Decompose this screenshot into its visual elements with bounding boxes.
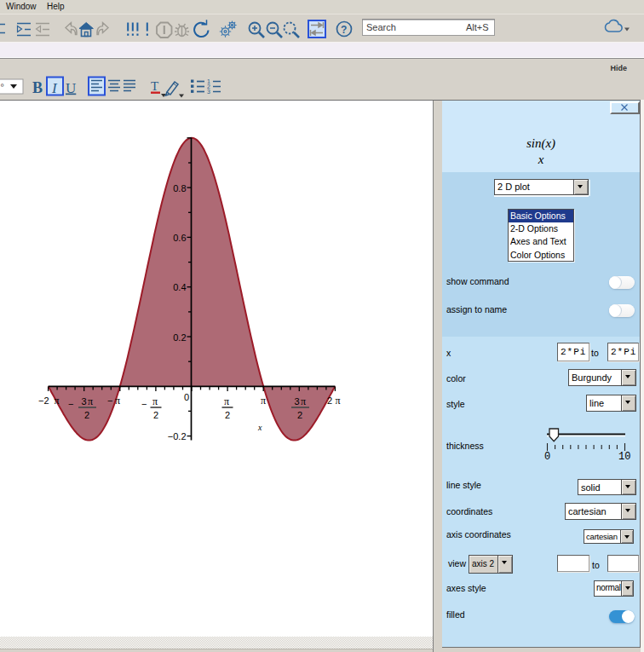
svg-text:U: U — [66, 80, 76, 96]
svg-text:2: 2 — [84, 410, 89, 420]
svg-text:−0.2: −0.2 — [168, 431, 187, 441]
svg-text:π: π — [88, 395, 93, 407]
svg-text:2: 2 — [297, 410, 302, 420]
svg-text:0.6: 0.6 — [173, 233, 186, 243]
svg-text:3: 3 — [295, 396, 300, 407]
svg-text:2: 2 — [327, 395, 332, 406]
svg-text:Alt+S: Alt+S — [466, 22, 489, 32]
svg-text:2: 2 — [153, 410, 158, 420]
svg-text:Search: Search — [366, 22, 396, 32]
svg-text:π: π — [301, 395, 306, 407]
svg-text:−: − — [68, 399, 73, 409]
svg-text:0.2: 0.2 — [173, 332, 186, 343]
svg-text:0: 0 — [184, 392, 189, 402]
svg-text:0.4: 0.4 — [173, 282, 186, 292]
svg-text:10: 10 — [618, 451, 630, 463]
svg-text:3: 3 — [82, 396, 87, 407]
svg-text:2: 2 — [225, 410, 230, 420]
svg-text:π: π — [152, 395, 158, 407]
svg-text:π: π — [224, 395, 229, 407]
svg-text:−2: −2 — [38, 395, 49, 406]
svg-text:0: 0 — [544, 451, 550, 463]
svg-text:π: π — [115, 395, 120, 407]
svg-text:−: − — [107, 395, 112, 406]
svg-text:π: π — [261, 395, 266, 407]
svg-text:B: B — [32, 79, 43, 96]
svg-text:x: x — [257, 423, 262, 432]
svg-text:π: π — [336, 395, 341, 407]
svg-text:−: − — [141, 399, 147, 409]
svg-text:T: T — [151, 79, 158, 93]
svg-text:π: π — [55, 395, 60, 407]
svg-text:0.8: 0.8 — [173, 183, 186, 193]
svg-text:3: 3 — [207, 89, 210, 95]
svg-text:?: ? — [341, 24, 347, 36]
